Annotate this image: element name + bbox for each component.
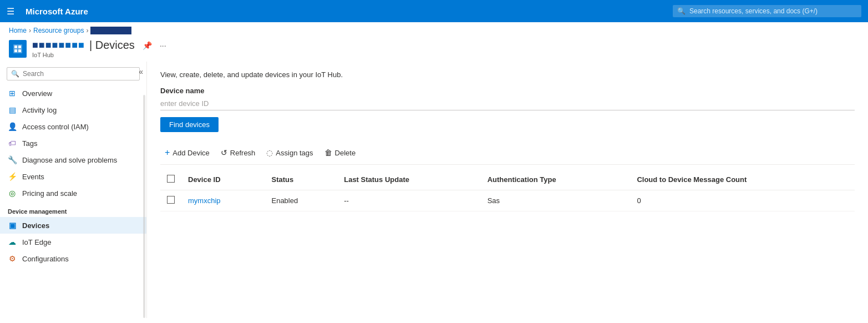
breadcrumb: Home › Resource groups › ■■■■■■■■: [0, 22, 868, 37]
sidebar-item-label-configurations: Configurations: [22, 255, 69, 263]
sidebar-item-events[interactable]: ⚡ Events: [0, 168, 146, 185]
device-id-input[interactable]: [160, 97, 855, 110]
sidebar-item-label-iot-edge: IoT Edge: [22, 238, 52, 246]
pricing-icon: ◎: [8, 189, 17, 198]
sidebar-search-wrapper: 🔍: [0, 65, 146, 85]
row-status: Enabled: [265, 190, 337, 211]
breadcrumb-sep-1: ›: [29, 27, 31, 34]
iot-edge-icon: ☁: [8, 238, 17, 246]
add-device-button[interactable]: + Add Device: [160, 145, 214, 160]
row-message-count: 0: [630, 190, 855, 211]
nav-search-input[interactable]: [673, 5, 861, 17]
toolbar: + Add Device ↺ Refresh ◌ Assign tags 🗑 D…: [160, 141, 855, 165]
sidebar-item-tags[interactable]: 🏷 Tags: [0, 135, 146, 152]
delete-button[interactable]: 🗑 Delete: [320, 146, 361, 159]
sidebar-item-diagnose[interactable]: 🔧 Diagnose and solve problems: [0, 152, 146, 168]
sidebar-item-label-events: Events: [22, 173, 44, 181]
refresh-icon: ↺: [221, 148, 227, 157]
scrollbar[interactable]: [143, 95, 145, 318]
table-row: mymxchip Enabled -- Sas 0: [160, 190, 855, 211]
device-management-section-label: Device management: [0, 201, 146, 217]
sidebar-item-devices[interactable]: ▣ Devices: [0, 217, 146, 234]
sidebar-item-label-access-control: Access control (IAM): [22, 123, 89, 131]
refresh-label: Refresh: [230, 149, 256, 157]
delete-label: Delete: [335, 149, 356, 157]
breadcrumb-hub[interactable]: ■■■■■■■■: [90, 27, 131, 34]
sidebar-collapse-button[interactable]: «: [135, 66, 146, 77]
refresh-button[interactable]: ↺ Refresh: [216, 146, 260, 159]
sidebar-item-label-devices: Devices: [22, 221, 49, 230]
row-auth-type: Sas: [481, 190, 631, 211]
overview-icon: ⊞: [8, 89, 17, 98]
sidebar-item-configurations[interactable]: ⚙ Configurations: [0, 250, 146, 267]
nav-search-wrapper: 🔍: [673, 5, 861, 17]
page-title: | Devices: [89, 39, 135, 52]
top-nav: ☰ Microsoft Azure 🔍: [0, 0, 868, 22]
page-title-block: ■■■■■■■■ | Devices 📌 ··· IoT Hub: [32, 39, 166, 58]
add-icon: +: [165, 148, 170, 158]
row-checkbox-cell: [160, 190, 181, 211]
sidebar-item-label-diagnose: Diagnose and solve problems: [22, 156, 117, 164]
sidebar-search-icon: 🔍: [11, 70, 19, 78]
assign-tags-label: Assign tags: [276, 149, 313, 157]
main-layout: 🔍 « ⊞ Overview ▤ Activity log 👤 Access c…: [0, 62, 868, 318]
col-message-count: Cloud to Device Message Count: [630, 169, 855, 190]
page-subtitle: IoT Hub: [32, 52, 166, 58]
more-icon[interactable]: ···: [160, 41, 166, 50]
nav-search-icon: 🔍: [677, 7, 686, 15]
devices-icon: ▣: [8, 221, 17, 230]
pin-icon[interactable]: 📌: [143, 41, 152, 50]
sidebar-item-iot-edge[interactable]: ☁ IoT Edge: [0, 234, 146, 250]
row-checkbox[interactable]: [167, 196, 175, 204]
col-last-status-update: Last Status Update: [337, 169, 480, 190]
table-header-row: Device ID Status Last Status Update Auth…: [160, 169, 855, 190]
sidebar-item-activity-log[interactable]: ▤ Activity log: [0, 102, 146, 118]
svg-rect-1: [14, 46, 17, 48]
sidebar-item-label-tags: Tags: [22, 139, 37, 148]
content-description: View, create, delete, and update devices…: [160, 70, 855, 79]
delete-icon: 🗑: [324, 148, 332, 157]
breadcrumb-sep-2: ›: [86, 27, 88, 34]
col-auth-type: Authentication Type: [481, 169, 631, 190]
add-device-label: Add Device: [172, 149, 209, 157]
tags-icon: 🏷: [8, 139, 17, 148]
sidebar-item-pricing[interactable]: ◎ Pricing and scale: [0, 185, 146, 201]
sidebar-item-overview[interactable]: ⊞ Overview: [0, 85, 146, 102]
assign-tags-icon: ◌: [266, 148, 273, 157]
select-all-checkbox[interactable]: [167, 175, 175, 183]
iot-hub-icon: [9, 40, 27, 58]
assign-tags-button[interactable]: ◌ Assign tags: [262, 146, 317, 159]
devices-table: Device ID Status Last Status Update Auth…: [160, 169, 855, 211]
sidebar-item-label-activity-log: Activity log: [22, 106, 57, 114]
col-status: Status: [265, 169, 337, 190]
sidebar-item-label-pricing: Pricing and scale: [22, 189, 77, 198]
content-area: View, create, delete, and update devices…: [147, 62, 868, 318]
hamburger-icon[interactable]: ☰: [7, 6, 14, 17]
nav-logo: Microsoft Azure: [26, 7, 666, 16]
svg-rect-3: [14, 49, 17, 52]
device-id-link[interactable]: mymxchip: [188, 196, 221, 205]
svg-rect-4: [18, 49, 21, 52]
row-last-status-update: --: [337, 190, 480, 211]
sidebar: 🔍 « ⊞ Overview ▤ Activity log 👤 Access c…: [0, 62, 147, 318]
table-header-checkbox: [160, 169, 181, 190]
diagnose-icon: 🔧: [8, 155, 17, 164]
sidebar-search-input[interactable]: [7, 67, 140, 80]
col-device-id: Device ID: [181, 169, 265, 190]
activity-log-icon: ▤: [8, 105, 17, 114]
events-icon: ⚡: [8, 172, 17, 181]
find-devices-button[interactable]: Find devices: [160, 117, 219, 132]
access-control-icon: 👤: [8, 122, 17, 131]
row-device-id: mymxchip: [181, 190, 265, 211]
breadcrumb-home[interactable]: Home: [9, 27, 27, 34]
device-name-label: Device name: [160, 87, 855, 95]
sidebar-item-label-overview: Overview: [22, 89, 52, 98]
svg-rect-2: [18, 46, 21, 48]
page-header: ■■■■■■■■ | Devices 📌 ··· IoT Hub: [0, 37, 868, 62]
configurations-icon: ⚙: [8, 254, 17, 263]
sidebar-item-access-control[interactable]: 👤 Access control (IAM): [0, 118, 146, 135]
breadcrumb-resource-groups[interactable]: Resource groups: [33, 27, 84, 34]
